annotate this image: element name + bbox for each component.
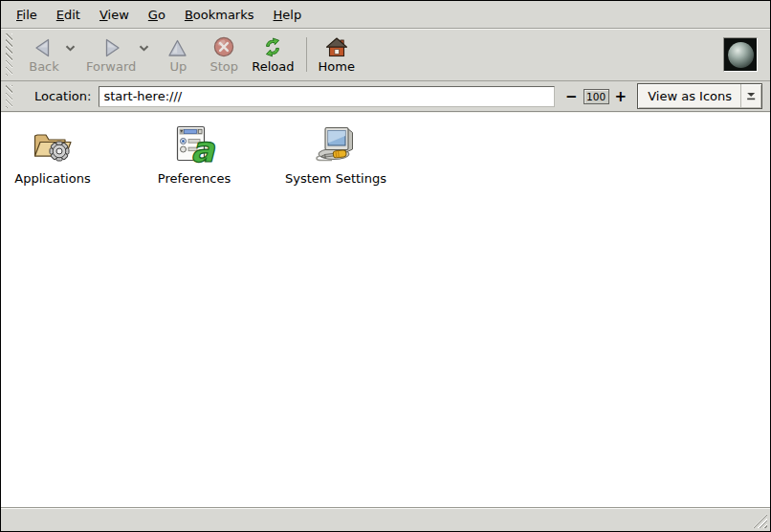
back-history-chevron-icon[interactable] — [65, 45, 76, 52]
menu-view[interactable]: View — [90, 5, 139, 25]
forward-icon — [99, 35, 122, 58]
desktop-item-preferences[interactable]: a Preferences — [143, 124, 246, 186]
zoom-out-button[interactable]: − — [565, 90, 578, 103]
up-icon — [166, 35, 189, 58]
item-label: Preferences — [158, 171, 231, 186]
svg-text:a: a — [190, 129, 216, 165]
menubar: File Edit View Go Bookmarks Help — [1, 1, 770, 29]
home-label: Home — [319, 59, 355, 74]
toolbar-drag-handle[interactable] — [6, 33, 12, 76]
status-bar — [1, 507, 770, 531]
zoom-control: − 100 + — [565, 89, 627, 104]
reload-button[interactable]: Reload — [247, 33, 298, 76]
location-bar: Location: − 100 + View as Icons — [1, 81, 770, 112]
home-button[interactable]: Home — [314, 33, 360, 76]
desktop-item-system-settings[interactable]: System Settings — [284, 124, 387, 186]
desktop-item-applications[interactable]: Applications — [1, 124, 104, 186]
item-label: System Settings — [285, 171, 386, 186]
zoom-in-button[interactable]: + — [615, 90, 628, 103]
forward-history-chevron-icon[interactable] — [139, 45, 149, 52]
home-icon — [325, 35, 348, 58]
toolbar: Back Forward Up — [1, 29, 770, 81]
view-as-dropdown[interactable]: View as Icons — [637, 83, 762, 109]
menu-file[interactable]: File — [7, 5, 47, 25]
locationbar-drag-handle[interactable] — [6, 85, 12, 108]
location-label: Location: — [34, 89, 91, 103]
menu-go[interactable]: Go — [139, 5, 175, 25]
applications-folder-icon — [30, 124, 76, 168]
icon-view: Applications a Preferences — [1, 112, 770, 507]
stop-icon — [212, 35, 235, 58]
menu-help[interactable]: Help — [264, 5, 312, 25]
back-icon — [33, 35, 55, 58]
resize-grip[interactable] — [753, 514, 767, 528]
throbber-globe-icon — [726, 40, 755, 69]
zoom-level-indicator[interactable]: 100 — [584, 89, 609, 104]
location-input[interactable] — [99, 86, 555, 107]
throbber — [723, 37, 758, 72]
item-label: Applications — [14, 171, 90, 186]
forward-label: Forward — [86, 59, 136, 74]
dropdown-arrow-icon — [740, 84, 761, 108]
up-label: Up — [169, 59, 187, 74]
menu-edit[interactable]: Edit — [47, 5, 90, 25]
forward-button[interactable]: Forward — [81, 33, 141, 76]
menu-bookmarks[interactable]: Bookmarks — [175, 5, 264, 25]
reload-icon — [260, 35, 285, 58]
view-as-label: View as Icons — [648, 89, 740, 103]
stop-label: Stop — [210, 59, 239, 74]
reload-label: Reload — [252, 59, 294, 74]
toolbar-separator — [306, 37, 307, 72]
stop-button[interactable]: Stop — [201, 33, 247, 76]
nautilus-window: File Edit View Go Bookmarks Help Back — [0, 0, 771, 532]
up-button[interactable]: Up — [155, 33, 201, 76]
back-label: Back — [29, 59, 59, 74]
back-button[interactable]: Back — [21, 33, 67, 76]
preferences-icon: a — [171, 124, 217, 168]
system-settings-icon — [313, 124, 359, 168]
